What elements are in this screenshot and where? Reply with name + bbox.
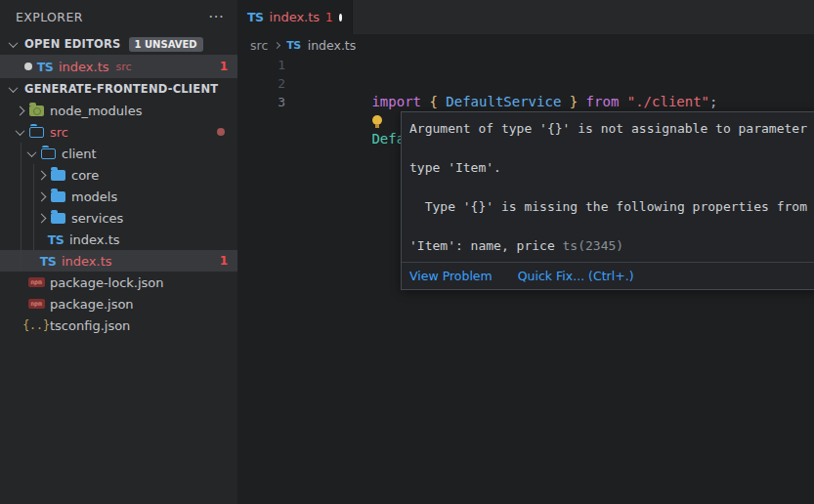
tree-item-client[interactable]: client [0,143,237,164]
chevron-right-icon[interactable] [36,170,46,180]
tree-item-package-json[interactable]: npm package.json [0,293,237,315]
code-editor[interactable]: 1 import { DefaultService } from "./clie… [237,56,814,111]
open-editor-item-index-ts[interactable]: TS index.ts src 1 [0,55,237,78]
chevron-right-icon[interactable] [36,191,46,201]
code-line-2[interactable]: 2 [237,74,814,93]
breadcrumb-folder[interactable]: src [250,38,268,53]
explorer-sidebar: EXPLORER ⋯ OPEN EDITORS 1 UNSAVED TS ind… [0,0,237,504]
tree-item-node-modules[interactable]: node_modules [0,100,237,121]
typescript-icon: TS [286,39,300,52]
typescript-icon: TS [48,232,64,247]
code-line-1[interactable]: 1 import { DefaultService } from "./clie… [237,56,814,74]
error-count-badge: 1 [220,60,228,73]
tree-item-label: package-lock.json [50,275,164,290]
unsaved-dot-icon[interactable] [339,14,342,21]
open-editor-filename: index.ts [59,60,109,74]
tree-item-core[interactable]: core [0,164,237,186]
chevron-down-icon[interactable] [26,147,36,157]
explorer-title: EXPLORER [16,10,83,24]
tree-item-package-lock-json[interactable]: npm package-lock.json [0,272,237,293]
tree-item-label: tsconfig.json [50,318,130,333]
chevron-down-icon[interactable] [8,38,18,48]
typescript-icon: TS [37,60,54,74]
error-line: Argument of type '{}' is not assignable … [409,121,814,136]
chevron-right-icon [274,41,280,48]
tree-item-label: node_modules [50,104,142,118]
tab-index-ts[interactable]: TS index.ts 1 [237,0,353,34]
chevron-right-icon[interactable] [15,105,24,115]
tree-item-label: client [62,147,97,161]
error-message: Argument of type '{}' is not assignable … [402,112,814,262]
chevron-down-icon[interactable] [8,83,18,93]
more-actions-icon[interactable]: ⋯ [208,12,224,21]
tree-item-src-index-ts[interactable]: TS index.ts 1 [0,250,237,272]
error-count-badge: 1 [220,254,228,268]
view-problem-link[interactable]: View Problem [409,269,493,283]
project-section-header[interactable]: GENERATE-FRONTEND-CLIENT [0,78,237,100]
open-editors-label: OPEN EDITORS [24,37,121,51]
code-line-3[interactable]: 3 DefaultService.createItemItemPost({}) [237,93,814,111]
tree-item-label: models [71,189,117,204]
lightbulb-icon[interactable] [371,115,383,127]
error-hover-tooltip: Argument of type '{}' is not assignable … [401,111,814,290]
node-modules-folder-icon [29,105,44,116]
folder-error-dot-icon [217,128,225,136]
open-folder-icon [41,148,56,159]
chevron-right-icon[interactable] [36,213,46,223]
tree-item-tsconfig-json[interactable]: {..} tsconfig.json [0,315,237,336]
breadcrumb: src TS index.ts [237,34,814,56]
error-line: Type '{}' is missing the following prope… [409,199,814,214]
folder-icon [51,191,65,202]
tab-error-count: 1 [325,11,333,24]
folder-icon [51,213,65,224]
folder-icon [51,170,65,181]
npm-icon: npm [28,277,45,287]
explorer-header: EXPLORER ⋯ [0,0,237,33]
tree-item-src[interactable]: src [0,121,237,143]
error-line: 'Item': name, price [409,238,563,253]
error-code-ref: ts(2345) [563,238,624,253]
open-editors-header[interactable]: OPEN EDITORS 1 UNSAVED [0,33,237,55]
tree-item-services[interactable]: services [0,207,237,229]
tree-item-client-index-ts[interactable]: TS index.ts [0,229,237,250]
unsaved-dot-icon[interactable] [24,63,32,70]
open-folder-icon [29,127,44,138]
indent-guide [33,164,34,250]
tree-item-label: index.ts [62,254,112,269]
indent-guide [21,143,21,272]
typescript-icon: TS [40,254,57,269]
open-editor-detail: src [116,61,132,73]
editor-area: TS index.ts 1 src TS index.ts 1 import {… [237,0,814,504]
unsaved-badge: 1 UNSAVED [129,37,203,52]
vscode-window: EXPLORER ⋯ OPEN EDITORS 1 UNSAVED TS ind… [0,0,814,504]
hover-actions: View Problem Quick Fix... (Ctrl+.) [402,262,814,289]
tree-item-label: services [71,211,123,226]
tree-item-label: src [50,125,68,140]
tab-filename: index.ts [270,10,321,24]
chevron-down-icon[interactable] [15,126,24,136]
tree-item-label: core [71,168,99,183]
breadcrumb-file[interactable]: index.ts [308,38,357,53]
line-number: 3 [237,93,285,111]
tree-item-label: package.json [50,297,134,312]
project-name-label: GENERATE-FRONTEND-CLIENT [24,82,218,96]
line-number: 2 [237,74,285,93]
quick-fix-link[interactable]: Quick Fix... (Ctrl+.) [518,269,634,283]
tab-bar: TS index.ts 1 [237,0,814,34]
tree-item-label: index.ts [69,232,120,247]
tree-item-models[interactable]: models [0,186,237,207]
npm-icon: npm [28,299,45,309]
json-braces-icon: {..} [22,318,50,332]
typescript-icon: TS [247,10,264,24]
line-number: 1 [237,56,285,74]
error-line: type 'Item'. [409,160,501,175]
